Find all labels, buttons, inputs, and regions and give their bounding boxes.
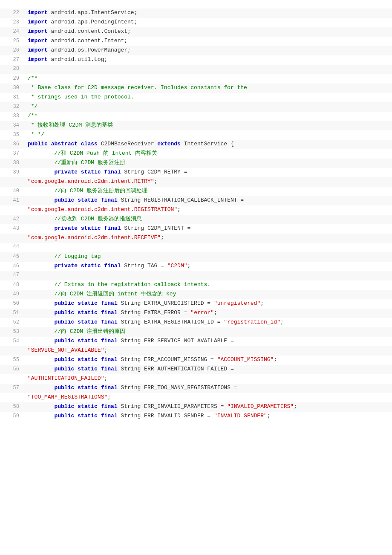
token-string: "com.google.android.c2dm.intent.RETRY" [28, 178, 154, 185]
token-kw-abstract: abstract [51, 141, 78, 147]
line-number: 45 [4, 253, 19, 261]
token-kw-final: final [101, 300, 118, 306]
code-line: "com.google.android.c2dm.intent.RETRY"; [0, 177, 392, 187]
line-number: 37 [4, 150, 19, 158]
token-string: "C2DM" [167, 263, 187, 269]
token-normal [28, 150, 54, 156]
code-line: 29/** [0, 74, 392, 84]
line-number: 22 [4, 9, 19, 17]
line-content: // Extras in the registration callback i… [28, 280, 388, 289]
code-line: 43 private static final String C2DM_INTE… [0, 224, 392, 234]
line-content: * */ [28, 130, 388, 139]
token-normal [28, 253, 54, 260]
token-kw-final: final [101, 197, 118, 203]
code-line: 37 //和 C2DM Push 的 Intent 内容相关 [0, 149, 392, 159]
token-normal [28, 159, 54, 166]
code-line: "SERVICE_NOT_AVAILABLE"; [0, 346, 392, 356]
token-normal: String ERR_INVALID_PARAMETERS = [118, 403, 227, 410]
token-normal [78, 169, 81, 175]
token-normal [74, 403, 78, 410]
code-line: 59 public static final String ERR_INVALI… [0, 412, 392, 421]
line-content: import android.content.Intent; [28, 37, 388, 46]
line-number: 30 [4, 84, 19, 92]
code-line: 23import android.app.PendingIntent; [0, 18, 392, 27]
token-kw-static: static [78, 384, 98, 391]
token-normal [28, 338, 54, 344]
token-normal: String ERR_ACCOUNT_MISSING = [118, 356, 217, 363]
token-normal [48, 141, 51, 147]
code-line: 46 private static final String TAG = "C2… [0, 262, 392, 271]
token-comment: // Logging tag [54, 253, 101, 260]
token-comment: //向 C2DM 注册出错的原因 [54, 328, 125, 335]
line-content: public static final String ERR_SERVICE_N… [28, 337, 388, 346]
token-comment: * 接收和处理 C2DM 消息的基类 [28, 122, 113, 128]
line-number: 32 [4, 103, 19, 111]
token-kw-public: public [54, 309, 74, 316]
line-number: 49 [4, 290, 19, 298]
line-content: //重新向 C2DM 服务器注册 [28, 159, 388, 168]
token-normal: android.os.PowerManager; [48, 47, 131, 53]
token-normal: android.app.IntentService; [48, 9, 138, 16]
token-kw-import: import [28, 9, 48, 16]
code-line: 30 * Base class for C2D message receiver… [0, 84, 392, 93]
token-string: "error" [190, 309, 214, 316]
token-normal [28, 356, 54, 363]
token-normal [98, 403, 101, 410]
token-kw-static: static [78, 197, 98, 203]
line-content: import android.content.Context; [28, 27, 388, 36]
code-line: 25import android.content.Intent; [0, 37, 392, 46]
line-content: import android.app.IntentService; [28, 9, 388, 17]
token-normal [28, 366, 54, 372]
token-normal: String REGISTRATION_CALLBACK_INTENT = [118, 197, 244, 203]
token-kw-final: final [101, 413, 118, 419]
code-line: 44 [0, 243, 392, 252]
token-kw-static: static [78, 309, 98, 316]
token-normal: IntentService { [181, 141, 234, 147]
token-normal [74, 384, 78, 391]
token-normal [28, 413, 54, 419]
line-content: public static final String REGISTRATION_… [28, 196, 388, 205]
token-normal [28, 384, 54, 391]
token-kw-extends: extends [157, 141, 181, 147]
token-string: "INVALID_SENDER" [214, 413, 267, 419]
code-line: 55 public static final String ERR_ACCOUN… [0, 356, 392, 365]
line-number: 29 [4, 75, 19, 83]
code-line: "com.google.android.c2dm.intent.RECEIVE"… [0, 234, 392, 243]
code-line: "AUTHENTICATION_FAILED"; [0, 374, 392, 384]
token-kw-final: final [101, 403, 118, 410]
code-line: 38 //重新向 C2DM 服务器注册 [0, 159, 392, 168]
line-number: 40 [4, 187, 19, 195]
line-content: public abstract class C2DMBaseReceiver e… [28, 140, 388, 149]
token-normal [28, 328, 54, 335]
token-kw-import: import [28, 38, 48, 44]
token-normal: ; [104, 347, 107, 353]
line-number: 46 [4, 262, 19, 270]
code-line: 47 [0, 271, 392, 280]
token-normal [28, 216, 54, 222]
token-comment: //和 C2DM Push 的 Intent 内容相关 [54, 150, 157, 156]
line-number: 36 [4, 140, 19, 148]
line-number: 25 [4, 37, 19, 45]
code-line: 27import android.util.Log; [0, 55, 392, 65]
token-normal [98, 356, 101, 363]
code-line: 49 //向 C2DM 注册返回的 intent 中包含的 key [0, 290, 392, 299]
line-number: 41 [4, 197, 19, 205]
code-line: 52 public static final String EXTRA_REGI… [0, 318, 392, 327]
token-normal: ; [267, 413, 271, 419]
token-kw-final: final [101, 356, 118, 363]
line-number: 43 [4, 225, 19, 233]
token-kw-final: final [104, 263, 121, 269]
code-line: 58 public static final String ERR_INVALI… [0, 402, 392, 412]
code-line: 32 */ [0, 102, 392, 112]
token-normal [98, 366, 101, 372]
code-line: 22import android.app.IntentService; [0, 9, 392, 18]
code-line: 33/** [0, 112, 392, 121]
token-normal: ; [104, 375, 107, 382]
token-kw-static: static [78, 300, 98, 306]
line-content: "AUTHENTICATION_FAILED"; [28, 374, 388, 383]
token-kw-public: public [54, 338, 74, 344]
token-normal: android.util.Log; [48, 56, 107, 63]
code-line: 50 public static final String EXTRA_UNRE… [0, 299, 392, 309]
token-kw-static: static [78, 338, 98, 344]
token-normal: ; [214, 309, 217, 316]
